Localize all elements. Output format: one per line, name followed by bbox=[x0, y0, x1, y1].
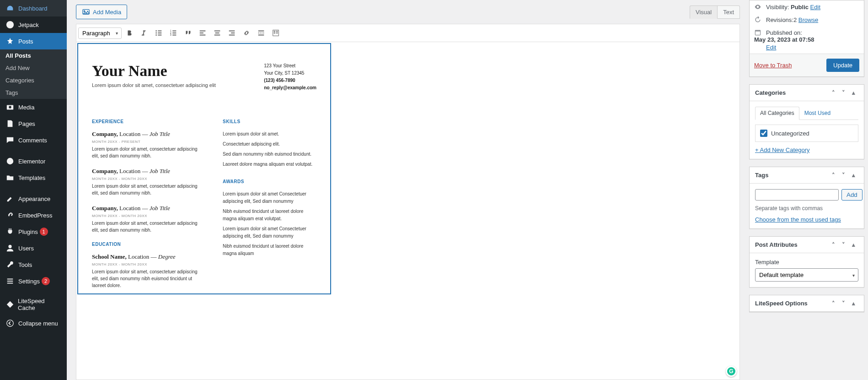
doc-section-experience: EXPERIENCE bbox=[92, 119, 204, 124]
sidebar-sub-categories[interactable]: Categories bbox=[0, 74, 67, 87]
svg-text:3: 3 bbox=[170, 33, 171, 36]
category-checkbox[interactable] bbox=[760, 130, 767, 137]
sidebar-label: Plugins bbox=[18, 228, 38, 235]
bullet-list-button[interactable] bbox=[152, 26, 166, 40]
format-select[interactable]: Paragraph bbox=[78, 27, 122, 39]
published-row: Published on: May 23, 2023 at 07:58 Edit bbox=[750, 26, 864, 54]
sidebar-item-users[interactable]: Users bbox=[0, 240, 67, 256]
link-icon bbox=[5, 211, 15, 220]
sidebar-sub-tags[interactable]: Tags bbox=[0, 87, 67, 99]
sidebar-item-embedpress[interactable]: EmbedPress bbox=[0, 207, 67, 223]
panel-toggle-icon[interactable]: ▴ bbox=[848, 89, 858, 96]
settings-badge: 2 bbox=[42, 277, 50, 285]
doc-education-entry: School Name, Location — Degree MONTH 20X… bbox=[92, 253, 204, 289]
svg-point-5 bbox=[7, 320, 13, 326]
sidebar-item-settings[interactable]: Settings 2 bbox=[0, 273, 67, 289]
sidebar-item-templates[interactable]: Templates bbox=[0, 169, 67, 186]
published-edit-link[interactable]: Edit bbox=[766, 44, 859, 51]
sidebar-item-posts[interactable]: Posts bbox=[0, 33, 67, 49]
panel-down-icon[interactable]: ˅ bbox=[838, 172, 848, 179]
sidebar-sub-add-new[interactable]: Add New bbox=[0, 62, 67, 74]
sidebar-sub-all-posts[interactable]: All Posts bbox=[0, 49, 67, 62]
editor-canvas[interactable]: Your Name Lorem ipsum dolor sit amet, co… bbox=[76, 42, 740, 380]
choose-tags-link[interactable]: Choose from the most used tags bbox=[755, 216, 841, 223]
bold-button[interactable] bbox=[123, 26, 136, 40]
tags-help-text: Separate tags with commas bbox=[755, 205, 858, 212]
svg-rect-27 bbox=[229, 35, 235, 36]
align-center-button[interactable] bbox=[210, 26, 224, 40]
align-left-button[interactable] bbox=[196, 26, 209, 40]
panel-up-icon[interactable]: ˄ bbox=[828, 241, 838, 248]
meta-sidebar: Visibility: Public Edit Revisions: 2 Bro… bbox=[749, 0, 868, 380]
panel-toggle-icon[interactable]: ▴ bbox=[848, 300, 858, 307]
grammarly-icon[interactable]: G bbox=[726, 366, 737, 377]
panel-up-icon[interactable]: ˄ bbox=[828, 300, 838, 307]
tags-panel: Tags ˄ ˅ ▴ Add Separate tags with commas… bbox=[749, 167, 864, 229]
brush-icon bbox=[5, 194, 15, 203]
link-button[interactable] bbox=[240, 26, 253, 40]
visibility-edit-link[interactable]: Edit bbox=[810, 4, 820, 11]
svg-point-7 bbox=[155, 30, 157, 32]
sidebar-item-plugins[interactable]: Plugins 1 bbox=[0, 223, 67, 240]
panel-up-icon[interactable]: ˄ bbox=[828, 172, 838, 179]
sidebar-item-elementor[interactable]: Elementor bbox=[0, 153, 67, 169]
template-select[interactable]: Default template bbox=[755, 268, 858, 282]
elementor-icon bbox=[5, 157, 15, 166]
quote-button[interactable] bbox=[181, 26, 195, 40]
folder-icon bbox=[5, 173, 15, 182]
embedded-document: Your Name Lorem ipsum dolor sit amet, co… bbox=[77, 43, 331, 294]
panel-down-icon[interactable]: ˅ bbox=[838, 89, 848, 96]
svg-rect-32 bbox=[274, 31, 276, 32]
readmore-button[interactable] bbox=[254, 26, 268, 40]
update-button[interactable]: Update bbox=[826, 59, 859, 72]
litespeed-panel: LiteSpeed Options ˄ ˅ ▴ bbox=[749, 295, 864, 312]
tab-visual[interactable]: Visual bbox=[690, 5, 718, 19]
panel-up-icon[interactable]: ˄ bbox=[828, 89, 838, 96]
italic-button[interactable] bbox=[137, 26, 151, 40]
sidebar-item-pages[interactable]: Pages bbox=[0, 115, 67, 132]
sidebar-label: EmbedPress bbox=[18, 212, 52, 219]
sidebar-label: Appearance bbox=[18, 195, 50, 202]
category-list: Uncategorized bbox=[755, 125, 858, 142]
add-new-category-link[interactable]: + Add New Category bbox=[755, 147, 810, 153]
toolbar-toggle-button[interactable] bbox=[269, 26, 283, 40]
panel-down-icon[interactable]: ˅ bbox=[838, 241, 848, 248]
sidebar-label: Collapse menu bbox=[18, 320, 58, 327]
post-attributes-panel: Post Attributes ˄ ˅ ▴ Template Default t… bbox=[749, 236, 864, 288]
doc-award: Lorem ipsum dolor sit amet Consectetuer … bbox=[223, 225, 316, 240]
align-right-button[interactable] bbox=[225, 26, 239, 40]
comment-icon bbox=[5, 136, 15, 145]
editor-column: Add Media Visual Text Paragraph 123 bbox=[67, 0, 749, 380]
tags-input[interactable] bbox=[755, 189, 839, 201]
add-tag-button[interactable]: Add bbox=[841, 189, 863, 201]
panel-toggle-icon[interactable]: ▴ bbox=[848, 241, 858, 248]
sidebar-item-jetpack[interactable]: Jetpack bbox=[0, 16, 67, 33]
doc-skill: Laoreet dolore magna aliquam erat volutp… bbox=[223, 161, 316, 168]
add-media-button[interactable]: Add Media bbox=[76, 5, 127, 19]
panel-down-icon[interactable]: ˅ bbox=[838, 300, 848, 307]
svg-rect-18 bbox=[172, 35, 176, 36]
admin-sidebar: Dashboard Jetpack Posts All Posts Add Ne… bbox=[0, 0, 67, 380]
sidebar-item-tools[interactable]: Tools bbox=[0, 256, 67, 273]
panel-title: Categories bbox=[755, 89, 828, 96]
panel-toggle-icon[interactable]: ▴ bbox=[848, 172, 858, 179]
revisions-browse-link[interactable]: Browse bbox=[798, 16, 818, 23]
sidebar-item-collapse[interactable]: Collapse menu bbox=[0, 315, 67, 331]
sidebar-label: Users bbox=[18, 245, 34, 252]
sidebar-item-comments[interactable]: Comments bbox=[0, 132, 67, 148]
svg-point-6 bbox=[84, 10, 86, 12]
tab-text[interactable]: Text bbox=[718, 5, 740, 19]
numbered-list-button[interactable]: 123 bbox=[166, 26, 180, 40]
sidebar-item-dashboard[interactable]: Dashboard bbox=[0, 0, 67, 16]
category-item-uncategorized[interactable]: Uncategorized bbox=[760, 130, 853, 137]
doc-skill: Consectetuer adipiscing elit. bbox=[223, 141, 316, 148]
tab-all-categories[interactable]: All Categories bbox=[755, 107, 799, 120]
svg-point-3 bbox=[7, 158, 13, 164]
tab-most-used[interactable]: Most Used bbox=[799, 107, 836, 119]
sidebar-label: Templates bbox=[18, 174, 45, 181]
sidebar-item-litespeed[interactable]: LiteSpeed Cache bbox=[0, 294, 67, 315]
collapse-icon bbox=[5, 319, 15, 328]
sidebar-item-media[interactable]: Media bbox=[0, 99, 67, 115]
sidebar-item-appearance[interactable]: Appearance bbox=[0, 190, 67, 207]
move-to-trash-link[interactable]: Move to Trash bbox=[754, 62, 792, 69]
